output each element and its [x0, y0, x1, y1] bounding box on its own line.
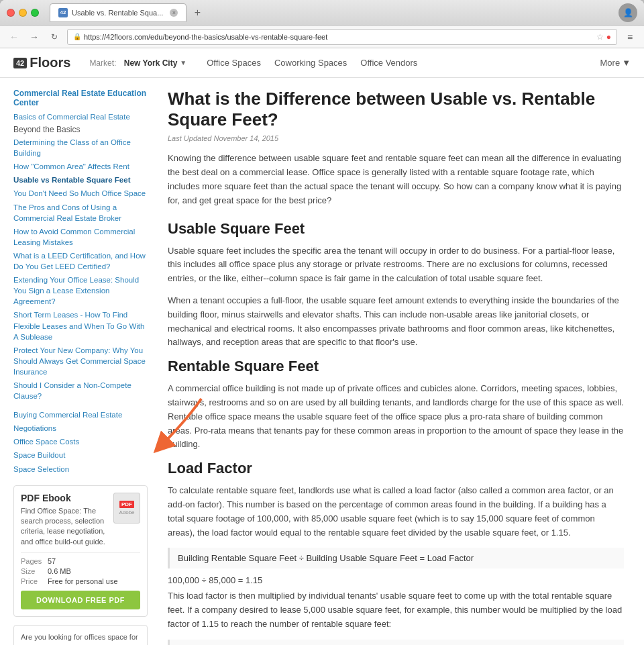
pdf-meta: Pages 57 Size 0.6 MB Price Free for pers…	[21, 552, 140, 585]
address-bar: ← → ↻ 🔒 https://42floors.com/edu/beyond-…	[0, 26, 644, 48]
pdf-size-label: Size	[21, 567, 48, 575]
url-text: https://42floors.com/edu/beyond-the-basi…	[84, 33, 594, 41]
article-intro: Knowing the difference between usable sq…	[168, 152, 624, 207]
tab-bar: 42 Usable vs. Rentable Squa... × +	[50, 3, 613, 22]
pdf-pages-label: Pages	[21, 557, 48, 565]
section-0-para-0: Usable square feet includes the specific…	[168, 244, 624, 286]
browser-titlebar: 42 Usable vs. Rentable Squa... × + 👤	[0, 0, 644, 26]
sidebar-office-costs-link[interactable]: Office Space Costs	[13, 436, 148, 447]
nav-more-menu[interactable]: More ▼	[600, 58, 631, 68]
back-button[interactable]: ←	[7, 30, 21, 44]
nav-office-spaces[interactable]: Office Spaces	[207, 58, 261, 68]
traffic-lights	[7, 9, 39, 17]
sidebar-link-7[interactable]: Extending Your Office Lease: Should You …	[13, 275, 148, 307]
pdf-file-icon: PDF Adobe	[113, 493, 140, 524]
download-pdf-button[interactable]: DOWNLOAD FREE PDF	[21, 591, 140, 609]
pdf-label: PDF	[119, 501, 134, 508]
market-label: Market:	[89, 58, 116, 68]
sidebar-link-0[interactable]: Determining the Class of an Office Build…	[13, 137, 148, 158]
bookmark-icon[interactable]: ☆	[596, 32, 604, 42]
article-title: What is the Difference between Usable vs…	[168, 89, 624, 130]
search-office-text: Are you looking for offices space for re…	[21, 632, 140, 645]
pdf-size-value: 0.6 MB	[48, 567, 71, 575]
sidebar-education-section: Commercial Real Estate Education Center …	[13, 89, 148, 401]
pdf-pages-row: Pages 57	[21, 557, 140, 565]
maximize-button[interactable]	[31, 9, 39, 17]
sidebar-link-4[interactable]: The Pros and Cons of Using a Commercial …	[13, 202, 148, 224]
sidebar-link-6[interactable]: What is a LEED Certification, and How Do…	[13, 250, 148, 272]
market-selector[interactable]: Market: New York City ▼	[89, 58, 186, 68]
sidebar-link-10[interactable]: Should I Consider a Non-Compete Clause?	[13, 380, 148, 401]
forward-button[interactable]: →	[27, 30, 42, 44]
stop-icon[interactable]: ●	[606, 32, 611, 42]
minimize-button[interactable]	[19, 9, 27, 17]
nav-coworking-spaces[interactable]: Coworking Spaces	[274, 58, 347, 68]
formula-1: Building Rentable Square Feet ÷ Building…	[168, 548, 624, 568]
section-2-para-0: To calculate rentable square feet, landl…	[168, 484, 624, 540]
sidebar-link-9[interactable]: Protect Your New Company: Why You Should…	[13, 345, 148, 377]
tab-title: Usable vs. Rentable Squa...	[72, 9, 163, 17]
sidebar-buying-section: Buying Commercial Real Estate Negotiatio…	[13, 409, 148, 474]
sidebar: Commercial Real Estate Education Center …	[13, 89, 148, 645]
search-office-box: Are you looking for offices space for re…	[13, 625, 148, 645]
more-caret-icon: ▼	[622, 58, 631, 68]
new-tab-button[interactable]: +	[189, 5, 205, 21]
main-layout: Commercial Real Estate Education Center …	[0, 78, 644, 645]
sidebar-link-5[interactable]: How to Avoid Common Commercial Leasing M…	[13, 226, 148, 248]
section-1-para-0: A commercial office building is not made…	[168, 382, 624, 452]
sidebar-education-title[interactable]: Commercial Real Estate Education Center	[13, 89, 148, 107]
sidebar-link-1[interactable]: How "Common Area" Affects Rent	[13, 161, 148, 172]
adobe-label: Adobe	[119, 509, 134, 515]
site-header: 42 Floors Market: New York City ▼ Office…	[0, 48, 644, 78]
sidebar-beyond-basics-header: Beyond the Basics	[13, 125, 148, 134]
browser-window: 42 Usable vs. Rentable Squa... × + 👤 ← →…	[0, 0, 644, 645]
more-label: More	[600, 58, 621, 68]
sidebar-space-buildout-link[interactable]: Space Buildout	[13, 450, 148, 460]
sidebar-link-3[interactable]: You Don't Need So Much Office Space	[13, 188, 148, 199]
section-heading-load-factor: Load Factor	[168, 460, 624, 477]
tab-favicon: 42	[58, 8, 68, 17]
ssl-lock-icon: 🔒	[73, 33, 81, 40]
sidebar-space-selection-link[interactable]: Space Selection	[13, 464, 148, 475]
pdf-ebook-description: Find Office Space: The search process, s…	[21, 506, 108, 548]
pdf-pages-value: 57	[48, 557, 56, 565]
logo-box-icon: 42	[13, 58, 27, 68]
main-article: What is the Difference between Usable vs…	[161, 89, 631, 645]
site-content: 42 Floors Market: New York City ▼ Office…	[0, 48, 644, 645]
market-value: New York City	[124, 58, 178, 68]
browser-menu-button[interactable]: ≡	[623, 30, 637, 44]
close-button[interactable]	[7, 9, 15, 17]
nav-office-vendors[interactable]: Office Vendors	[360, 58, 417, 68]
last-updated: Last Updated November 14, 2015	[168, 134, 624, 142]
section-0-para-1: When a tenant occupies a full-floor, the…	[168, 294, 624, 350]
site-logo[interactable]: 42 Floors	[13, 55, 70, 70]
sidebar-link-2[interactable]: Usable vs Rentable Square Feet	[13, 175, 148, 185]
sidebar-negotiations-link[interactable]: Negotiations	[13, 423, 148, 434]
market-dropdown-icon: ▼	[180, 59, 186, 66]
tab-close-icon[interactable]: ×	[170, 9, 178, 17]
profile-icon[interactable]: 👤	[619, 3, 637, 22]
formula-2: Tenant Usable Square Feet x Load Factor …	[168, 640, 624, 645]
section-heading-usable: Usable Square Feet	[168, 220, 624, 238]
pdf-price-label: Price	[21, 577, 48, 585]
reload-button[interactable]: ↻	[47, 30, 62, 44]
pdf-price-row: Price Free for personal use	[21, 577, 140, 585]
section-2-para-3: This load factor is then multiplied by i…	[168, 589, 624, 631]
active-tab[interactable]: 42 Usable vs. Rentable Squa... ×	[50, 3, 186, 22]
url-bar[interactable]: 🔒 https://42floors.com/edu/beyond-the-ba…	[67, 29, 617, 45]
sidebar-link-basics[interactable]: Basics of Commercial Real Estate	[13, 111, 148, 122]
sidebar-buying-link[interactable]: Buying Commercial Real Estate	[13, 409, 148, 420]
sidebar-link-8[interactable]: Short Term Leases - How To Find Flexible…	[13, 309, 148, 342]
section-heading-rentable: Rentable Square Feet	[168, 358, 624, 375]
pdf-size-row: Size 0.6 MB	[21, 567, 140, 575]
pdf-price-value: Free for personal use	[48, 577, 118, 585]
pdf-ebook-box: PDF Ebook Find Office Space: The search …	[13, 485, 148, 617]
logo-text: Floors	[30, 55, 70, 70]
calc-1: 100,000 ÷ 85,000 = 1.15	[168, 575, 624, 585]
main-nav: Office Spaces Coworking Spaces Office Ve…	[207, 58, 417, 68]
